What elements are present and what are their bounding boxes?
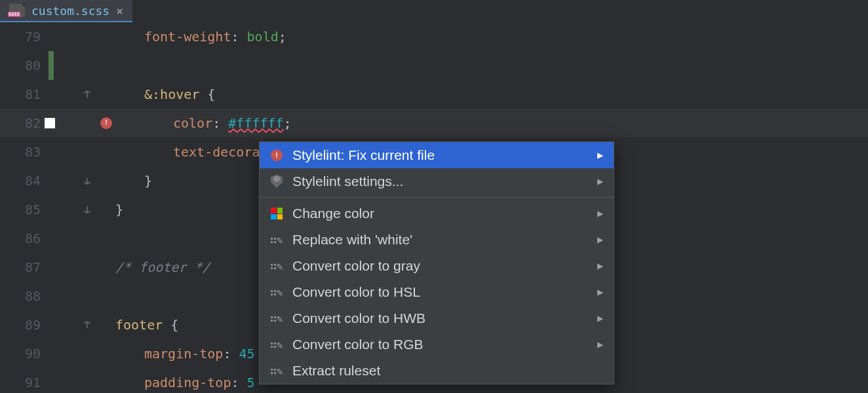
submenu-arrow-icon: ▶: [597, 209, 603, 218]
file-tab[interactable]: custom.scss ×: [0, 0, 132, 22]
fold-gutter[interactable]: [77, 90, 97, 98]
menu-item-label: Stylelint settings...: [292, 174, 588, 189]
color-palette-icon: [271, 208, 283, 219]
menu-separator: [260, 197, 614, 198]
menu-item-label: Stylelint: Fix current file: [292, 147, 588, 163]
sass-file-icon: [9, 4, 25, 17]
token-sel: footer: [115, 317, 163, 333]
token-cs: :: [223, 346, 239, 362]
line-number: 84: [0, 166, 45, 195]
token-cs: ;: [284, 115, 292, 131]
menu-item[interactable]: ∷✎Convert color to HSL▶: [260, 279, 614, 305]
gutter-marks: [45, 195, 77, 224]
menu-item-label: Convert color to HWB: [292, 310, 588, 326]
line-number: 80: [0, 51, 45, 80]
color-swatch-icon: [45, 118, 55, 128]
error-bulb-icon[interactable]: !: [100, 117, 112, 129]
line-number: 85: [0, 195, 45, 224]
gutter-marks: [45, 109, 77, 138]
intention-action-icon: ∷✎: [270, 286, 283, 299]
line-number: 89: [0, 310, 45, 339]
token-brace: {: [207, 86, 215, 102]
code-line[interactable]: 81&:hover {: [0, 80, 868, 109]
menu-item-label: Convert color to gray: [292, 258, 588, 274]
fold-gutter[interactable]: [77, 321, 97, 329]
token-cs: ;: [279, 29, 286, 45]
gutter-marks: [45, 166, 77, 195]
ia-icon: ∷✎: [270, 339, 283, 351]
token-brace: }: [144, 173, 152, 189]
code-content[interactable]: &:hover {: [115, 80, 868, 109]
menu-item-label: Change color: [292, 206, 588, 221]
intention-actions-menu: !Stylelint: Fix current file▶Stylelint s…: [259, 141, 614, 384]
gutter-marks: [45, 224, 77, 253]
menu-item-label: Replace with 'white': [292, 232, 588, 248]
bulb-icon: !: [270, 149, 283, 161]
menu-item[interactable]: ∷✎Convert color to gray▶: [260, 253, 614, 279]
menu-item[interactable]: !Stylelint: Fix current file▶: [260, 142, 614, 168]
gutter-marks: [45, 339, 77, 368]
menu-item-label: Convert color to HSL: [292, 284, 588, 300]
line-number: 88: [0, 282, 45, 310]
token-cs: :: [231, 375, 247, 390]
submenu-arrow-icon: ▶: [597, 235, 603, 244]
token-num: 5: [247, 375, 255, 390]
token-brace: {: [170, 317, 178, 333]
token-pseudo: :hover: [152, 86, 199, 102]
fold-gutter[interactable]: [77, 177, 97, 185]
shield-icon: [270, 175, 283, 188]
code-line[interactable]: 82!color: #ffffff;: [0, 109, 868, 138]
token-brace: }: [115, 202, 123, 217]
submenu-arrow-icon: ▶: [597, 288, 603, 297]
ia-icon: ∷✎: [270, 234, 283, 246]
code-content[interactable]: font-weight: bold;: [115, 22, 868, 51]
submenu-arrow-icon: ▶: [597, 314, 603, 323]
intention-action-icon: ∷✎: [270, 339, 283, 351]
ia-icon: ∷✎: [270, 365, 283, 377]
close-tab-icon[interactable]: ×: [116, 4, 123, 18]
intention-action-icon: ∷✎: [270, 234, 283, 246]
shield-icon: [271, 175, 283, 188]
gutter-marks: [45, 138, 77, 166]
menu-item[interactable]: ∷✎Convert color to HWB▶: [260, 305, 614, 331]
token-kw: text-decorat: [173, 144, 268, 160]
token-kw: margin-top: [144, 346, 223, 362]
token-kw: color: [173, 115, 212, 131]
tab-bar: custom.scss ×: [0, 0, 868, 22]
line-number: 90: [0, 339, 45, 368]
fold-gutter[interactable]: [77, 206, 97, 214]
line-number: 86: [0, 224, 45, 253]
ia-icon: ∷✎: [270, 312, 283, 325]
menu-item-label: Convert color to RGB: [292, 337, 588, 352]
code-content[interactable]: color: #ffffff;: [115, 109, 868, 138]
gutter-marks: [45, 253, 77, 282]
token-comment: /* footer */: [115, 259, 210, 275]
token-sel: &: [144, 86, 152, 102]
token-cs: :: [212, 115, 228, 131]
gutter-marks: [45, 22, 77, 51]
menu-item[interactable]: Change color▶: [260, 200, 614, 227]
code-line[interactable]: 79font-weight: bold;: [0, 22, 868, 51]
line-number: 91: [0, 368, 45, 393]
token-num: 45: [239, 346, 255, 362]
error-bulb-icon: !: [271, 149, 283, 161]
line-number: 81: [0, 80, 45, 109]
token-cs: [163, 317, 170, 333]
submenu-arrow-icon: ▶: [597, 261, 603, 271]
ia-icon: ∷✎: [270, 286, 283, 299]
menu-item[interactable]: ∷✎Replace with 'white'▶: [260, 227, 614, 253]
colors-icon: [270, 208, 283, 219]
gutter-marks: [45, 310, 77, 339]
menu-item-label: Extract ruleset: [292, 363, 603, 379]
token-kw: padding-top: [144, 375, 231, 390]
menu-item[interactable]: ∷✎Extract ruleset: [260, 358, 614, 384]
line-number: 87: [0, 253, 45, 282]
gutter-marks: [45, 51, 77, 80]
gutter-marks: [45, 282, 77, 310]
code-line[interactable]: 80: [0, 51, 868, 80]
menu-item[interactable]: Stylelint settings...▶: [260, 168, 614, 195]
gutter-marks: [45, 80, 77, 109]
ia-icon: ∷✎: [270, 260, 283, 272]
menu-item[interactable]: ∷✎Convert color to RGB▶: [260, 331, 614, 358]
diff-added-marker: [49, 51, 54, 80]
